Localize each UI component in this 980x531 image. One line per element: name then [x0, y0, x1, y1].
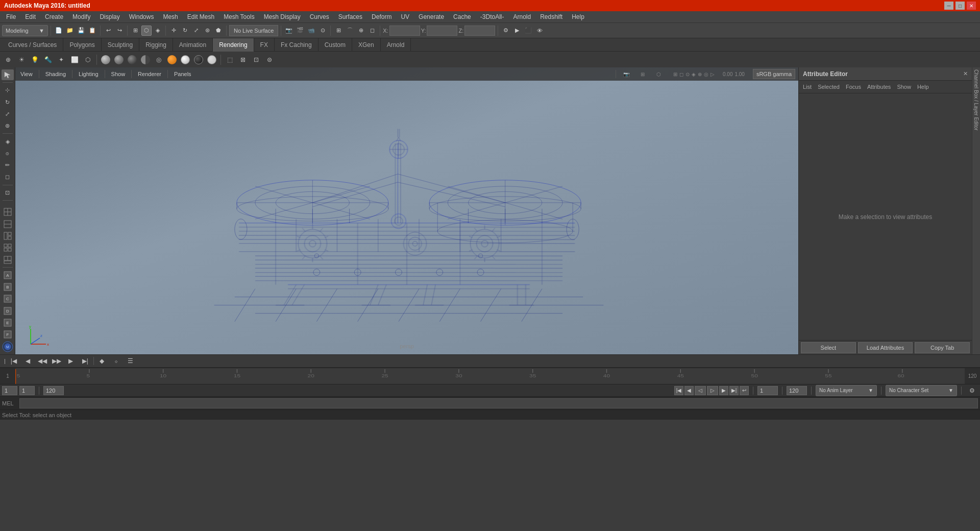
- icon-set-d[interactable]: D: [2, 305, 14, 316]
- attr-tab-attributes[interactable]: Attributes: [867, 83, 891, 91]
- anim-options-icon[interactable]: ☰: [125, 355, 137, 367]
- step-fwd-icon[interactable]: ▶: [65, 355, 77, 367]
- menu-file[interactable]: File: [2, 12, 20, 21]
- checker-sphere-icon[interactable]: [206, 54, 218, 66]
- scale-icon[interactable]: ⤢: [191, 26, 201, 36]
- tab-animation[interactable]: Animation: [173, 38, 213, 52]
- universal-manip-icon[interactable]: ⊛: [202, 26, 212, 36]
- x-field[interactable]: [389, 26, 420, 36]
- select-tool[interactable]: [2, 69, 14, 80]
- layout-1[interactable]: [2, 207, 14, 218]
- select-button[interactable]: Select: [801, 342, 856, 353]
- uv-icon[interactable]: ⊠: [237, 54, 249, 66]
- soft-mod-tool[interactable]: ◈: [2, 136, 14, 147]
- icon-set-e[interactable]: E: [2, 317, 14, 328]
- autokey-icon[interactable]: ⬦: [110, 355, 122, 367]
- tab-rendering[interactable]: Rendering: [213, 38, 254, 52]
- new-scene-icon[interactable]: 📄: [54, 26, 64, 36]
- loop-btn[interactable]: ↩: [740, 386, 749, 395]
- render2-icon[interactable]: ⊡: [250, 54, 262, 66]
- dir-light-icon[interactable]: ✦: [55, 54, 67, 66]
- layout-5[interactable]: [2, 254, 14, 265]
- mode-dropdown[interactable]: Modeling ▼: [2, 25, 48, 36]
- tab-fx[interactable]: FX: [254, 38, 275, 52]
- cmd-input-field[interactable]: [19, 398, 978, 408]
- shader-ball-icon[interactable]: ⊜: [263, 54, 276, 66]
- scale-tool[interactable]: ⤢: [2, 109, 14, 119]
- character-set-dropdown[interactable]: No Character Set ▼: [886, 385, 957, 396]
- menu-uv[interactable]: UV: [397, 12, 413, 21]
- load-attributes-button[interactable]: Load Attributes: [858, 342, 913, 353]
- undo-icon[interactable]: ↩: [103, 26, 113, 36]
- move-tool[interactable]: ⊹: [2, 85, 14, 95]
- icon-set-f[interactable]: F: [2, 329, 14, 340]
- menu-mesh-display[interactable]: Mesh Display: [260, 12, 305, 21]
- vp-control-7[interactable]: ▷: [710, 71, 715, 77]
- settings-icon[interactable]: ⚙: [966, 384, 978, 397]
- vp-control-5[interactable]: ⊕: [698, 71, 702, 77]
- camera-icon-2[interactable]: 🎬: [295, 26, 305, 36]
- menu-mesh[interactable]: Mesh: [159, 12, 182, 21]
- menu-curves[interactable]: Curves: [306, 12, 333, 21]
- menu-display[interactable]: Display: [95, 12, 124, 21]
- move-icon[interactable]: ✛: [168, 26, 179, 36]
- menu-modify[interactable]: Modify: [68, 12, 94, 21]
- layout-4[interactable]: [2, 243, 14, 253]
- rotate-tool[interactable]: ↻: [2, 97, 14, 108]
- frame-end-field[interactable]: [43, 386, 64, 395]
- lasso-select-icon[interactable]: ◈: [153, 26, 163, 36]
- tab-fx-caching[interactable]: Fx Caching: [275, 38, 318, 52]
- menu-deform[interactable]: Deform: [368, 12, 396, 21]
- play-icon[interactable]: ▶▶: [51, 355, 63, 367]
- vp-shading-menu[interactable]: Shading: [43, 70, 68, 78]
- spot-light-icon[interactable]: 🔦: [42, 54, 54, 66]
- snap-grid-icon[interactable]: ⊞: [333, 26, 344, 36]
- gamma-display[interactable]: sRGB gamma: [753, 69, 795, 79]
- vp-control-1[interactable]: ⊞: [673, 71, 677, 77]
- menu-redshift[interactable]: Redshift: [536, 12, 567, 21]
- soft-mod-icon[interactable]: ⬟: [213, 26, 224, 36]
- anim-layer-dropdown[interactable]: No Anim Layer ▼: [816, 385, 877, 396]
- play-fwd-btn[interactable]: ▷: [707, 386, 718, 395]
- save-as-icon[interactable]: 📋: [87, 26, 97, 36]
- attr-tab-selected[interactable]: Selected: [818, 83, 840, 91]
- menu-mesh-tools[interactable]: Mesh Tools: [219, 12, 258, 21]
- attr-tab-show[interactable]: Show: [897, 83, 911, 91]
- select-tool-icon[interactable]: ⬡: [141, 26, 152, 36]
- menu-edit[interactable]: Edit: [21, 12, 40, 21]
- play-back-btn[interactable]: ◁: [695, 386, 706, 395]
- tab-custom[interactable]: Custom: [318, 38, 352, 52]
- vp-control-6[interactable]: ◎: [704, 71, 708, 77]
- sphere-dark-icon[interactable]: [113, 54, 125, 66]
- goto-start-icon[interactable]: |◀: [8, 355, 20, 367]
- current-frame-field[interactable]: [19, 386, 35, 395]
- viewport[interactable]: View Shading Lighting Show Renderer Pane…: [15, 67, 798, 354]
- menu-create[interactable]: Create: [41, 12, 67, 21]
- prev-frame-btn[interactable]: ◀: [684, 386, 694, 395]
- play-back-icon[interactable]: ◀◀: [36, 355, 48, 367]
- camera-icon-1[interactable]: 📷: [284, 26, 294, 36]
- menu-windows[interactable]: Windows: [125, 12, 158, 21]
- frame-max-field[interactable]: [787, 386, 807, 395]
- tab-sculpting[interactable]: Sculpting: [102, 38, 139, 52]
- attr-tab-help[interactable]: Help: [917, 83, 929, 91]
- icon-set-b[interactable]: B: [2, 281, 14, 292]
- attr-editor-close-icon[interactable]: ✕: [963, 70, 968, 77]
- menu-help[interactable]: Help: [568, 12, 589, 21]
- point-light-icon[interactable]: 💡: [29, 54, 41, 66]
- icon-bottom[interactable]: M: [2, 341, 14, 352]
- vp-control-3[interactable]: ⊙: [685, 71, 690, 77]
- material-icon[interactable]: ◎: [153, 54, 165, 66]
- menu-3dto-all[interactable]: -3DtoAll-: [476, 12, 508, 21]
- tab-arnold[interactable]: Arnold: [381, 38, 411, 52]
- timeline-ruler[interactable]: 5 5 10 15 20 25 30 35 40 45 50: [15, 368, 965, 384]
- step-back-icon[interactable]: ◀: [22, 355, 34, 367]
- tab-xgen[interactable]: XGen: [352, 38, 381, 52]
- tab-curves-surfaces[interactable]: Curves / Surfaces: [2, 38, 63, 52]
- vp-panels-menu[interactable]: Panels: [172, 70, 193, 78]
- copy-tab-button[interactable]: Copy Tab: [915, 342, 970, 353]
- show-manip-tool[interactable]: ⊡: [2, 187, 14, 198]
- timeline[interactable]: 1 5 5 10 15 20 25 30 35: [0, 368, 980, 384]
- no-live-surface-button[interactable]: No Live Surface: [229, 25, 278, 36]
- attr-tab-list[interactable]: List: [803, 83, 812, 91]
